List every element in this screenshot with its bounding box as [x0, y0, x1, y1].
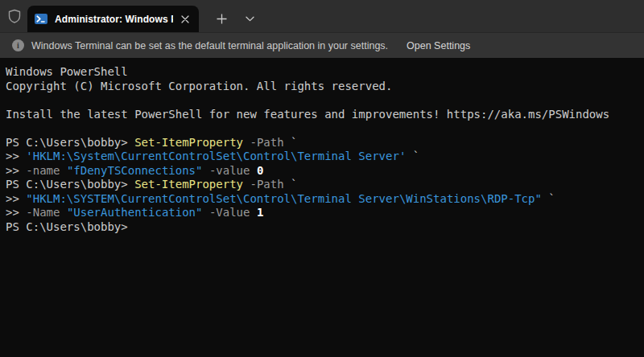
- terminal-line: >> 'HKLM:\System\CurrentControlSet\Contr…: [6, 150, 639, 164]
- tab-administrator-windows-powershell[interactable]: Administrator: Windows Powe: [27, 6, 199, 32]
- info-icon: i: [12, 39, 24, 51]
- new-tab-button[interactable]: [209, 7, 233, 31]
- chevron-down-icon: [246, 16, 254, 22]
- terminal-line: >> "HKLM:\SYSTEM\CurrentControlSet\Contr…: [6, 192, 639, 207]
- terminal-line: [6, 93, 639, 108]
- terminal-window: Administrator: Windows Powe i Windows Te…: [0, 0, 644, 357]
- title-bar: Administrator: Windows Powe: [0, 0, 644, 33]
- plus-icon: [217, 14, 227, 24]
- tab-dropdown-button[interactable]: [237, 7, 262, 31]
- terminal-line: Copyright (C) Microsoft Corporation. All…: [6, 80, 639, 94]
- tab-close-icon[interactable]: [178, 12, 192, 27]
- terminal-line: Install the latest PowerShell for new fe…: [6, 108, 639, 122]
- admin-shield-icon: [0, 0, 27, 32]
- tab-title: Administrator: Windows Powe: [55, 14, 173, 25]
- terminal-line: Windows PowerShell: [6, 65, 639, 80]
- notification-bar: i Windows Terminal can be set as the def…: [0, 33, 644, 58]
- terminal-line: >> -name "fDenyTSConnections" -value 0: [6, 164, 639, 178]
- notification-message: Windows Terminal can be set as the defau…: [31, 40, 388, 51]
- terminal-line: PS C:\Users\bobby> Set-ItemProperty -Pat…: [6, 178, 639, 192]
- powershell-icon: [35, 14, 47, 24]
- terminal-line: [6, 121, 639, 136]
- terminal-output[interactable]: Windows PowerShellCopyright (C) Microsof…: [0, 58, 644, 357]
- terminal-line: PS C:\Users\bobby> Set-ItemProperty -Pat…: [6, 136, 639, 150]
- terminal-line: >> -Name "UserAuthentication" -Value 1: [6, 206, 639, 220]
- open-settings-link[interactable]: Open Settings: [407, 40, 470, 51]
- terminal-line: PS C:\Users\bobby>: [6, 220, 639, 235]
